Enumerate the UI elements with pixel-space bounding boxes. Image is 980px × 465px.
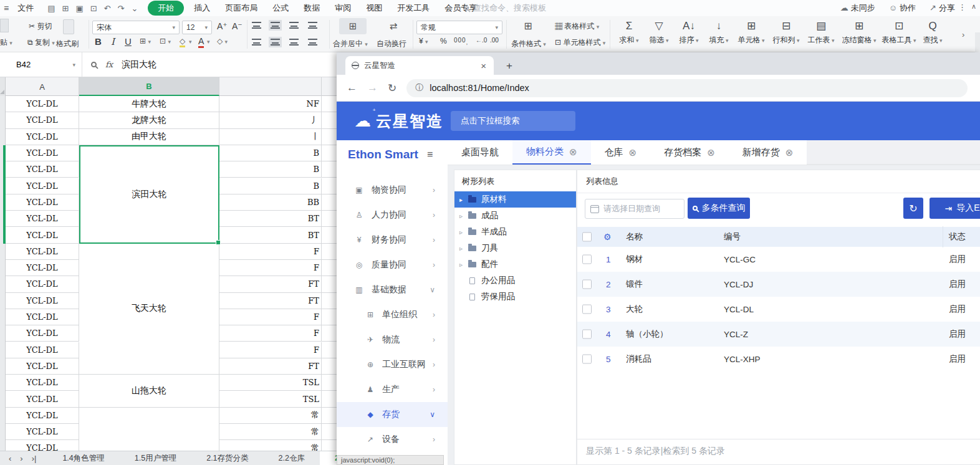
cell-c[interactable]: F xyxy=(219,244,322,260)
cell-d[interactable] xyxy=(322,227,337,243)
sidebar-item-工业互联网[interactable]: ⊕工业互联网› xyxy=(337,352,448,377)
cell-b-merged[interactable] xyxy=(79,408,219,451)
menu-tab-公式[interactable]: 公式 xyxy=(265,1,296,15)
cell-d[interactable] xyxy=(322,342,337,358)
expand-arrow-icon[interactable]: ▹ xyxy=(459,229,467,236)
cell-d[interactable] xyxy=(322,260,337,276)
sync-status[interactable]: ☁未同步 xyxy=(840,2,875,14)
tab-close-icon[interactable]: × xyxy=(479,60,488,71)
sidebar-item-物资协同[interactable]: ▣物资协同› xyxy=(337,178,448,203)
command-search[interactable]: 查找命令、搜索模板 xyxy=(464,2,546,14)
app-tab-存货档案[interactable]: 存货档案⊗ xyxy=(650,140,729,165)
app-tab-物料分类[interactable]: 物料分类⊗ xyxy=(512,140,591,165)
cell-d[interactable] xyxy=(322,408,337,424)
table-row[interactable]: 3大轮YCL-DL启用 xyxy=(577,297,980,322)
row-checkbox[interactable] xyxy=(582,330,592,339)
ribbon-button-筛选[interactable]: ▽筛选 ▾ xyxy=(644,16,674,47)
tree-item-办公用品[interactable]: 办公用品 xyxy=(454,272,576,289)
tree-item-刀具[interactable]: ▹刀具 xyxy=(454,240,576,256)
cell-a[interactable]: YCL-DL xyxy=(6,244,79,260)
font-size-select[interactable]: 12▾ xyxy=(182,21,212,34)
increase-decimal-icon[interactable]: ←.0 xyxy=(476,37,487,44)
gear-icon[interactable]: ⚙ xyxy=(603,232,612,242)
paste-label[interactable]: 贴 ▾ xyxy=(0,37,12,48)
sheet-tab-2.2仓库[interactable]: 2.2仓库 xyxy=(264,451,320,465)
underline-icon[interactable]: U xyxy=(125,36,132,47)
conditional-format-label[interactable]: 条件格式 ▾ xyxy=(511,39,546,49)
name-box[interactable]: B42▾ xyxy=(0,52,82,77)
cell-a[interactable]: YCL-DL xyxy=(6,194,79,211)
preview-icon[interactable]: ⊡ xyxy=(90,4,97,13)
align-bottom-icon[interactable] xyxy=(289,22,299,29)
sheet-next-icon[interactable]: › xyxy=(20,454,22,463)
cell-d[interactable] xyxy=(322,129,337,145)
cell-a[interactable]: YCL-DL xyxy=(6,408,79,424)
more-menu-icon[interactable]: ⋮ xyxy=(958,2,966,12)
reload-icon[interactable]: ↻ xyxy=(388,82,396,95)
column-header-a[interactable]: A xyxy=(6,77,79,96)
ribbon-button-行和列[interactable]: ⊟行和列 ▾ xyxy=(769,16,804,47)
select-all-corner[interactable] xyxy=(0,77,6,96)
sheet-last-icon[interactable]: ›| xyxy=(32,454,37,463)
cell-a[interactable]: YCL-DL xyxy=(6,129,79,145)
sidebar-toggle-icon[interactable]: ≡ xyxy=(427,149,433,160)
cell-c[interactable]: BB xyxy=(219,194,322,211)
cell-a[interactable]: YCL-DL xyxy=(6,178,79,194)
cell-c[interactable]: BT xyxy=(219,227,322,243)
cell-a[interactable]: YCL-DL xyxy=(6,342,79,358)
cell-d[interactable] xyxy=(322,375,337,391)
menu-tab-开始[interactable]: 开始 xyxy=(148,1,184,16)
tree-item-配件[interactable]: ▹配件 xyxy=(454,256,576,272)
cell-a[interactable]: YCL-DL xyxy=(6,375,79,391)
cell-b-merged[interactable]: 龙牌大轮 xyxy=(79,112,219,128)
font-color-icon[interactable]: A xyxy=(198,36,204,48)
cell-b-merged[interactable]: 滨田大轮 xyxy=(79,145,219,244)
back-icon[interactable]: ← xyxy=(347,82,357,94)
italic-icon[interactable]: I xyxy=(111,36,115,47)
cell-c[interactable]: F xyxy=(219,342,322,358)
cell-c[interactable]: TSL xyxy=(219,375,322,391)
cell-a[interactable]: YCL-DL xyxy=(6,96,79,112)
cell-a[interactable]: YCL-DL xyxy=(6,145,79,161)
sidebar-item-存货[interactable]: ◆存货∨ xyxy=(337,402,448,427)
cell-d[interactable] xyxy=(322,145,337,161)
ribbon-button-表格工具[interactable]: ⊡表格工具 ▾ xyxy=(880,16,918,47)
browser-tab[interactable]: 云星智造 × xyxy=(345,56,494,75)
menu-tab-视图[interactable]: 视图 xyxy=(358,1,390,15)
copy-button[interactable]: ⧉ 复制 ▾ xyxy=(27,37,55,48)
collapse-ribbon-icon[interactable]: ∧ xyxy=(971,2,976,11)
cell-a[interactable]: YCL-DL xyxy=(6,161,79,178)
forward-icon[interactable]: → xyxy=(367,82,378,94)
ribbon-button-查找[interactable]: Q查找 ▾ xyxy=(918,16,947,47)
cell-d[interactable] xyxy=(322,293,337,309)
sheet-tab-2.1存货分类[interactable]: 2.1存货分类 xyxy=(191,451,263,465)
format-painter-icon[interactable] xyxy=(63,19,74,34)
cell-d[interactable] xyxy=(322,112,337,128)
paste-icon[interactable] xyxy=(0,19,9,32)
sheet-tab-1.5用户管理[interactable]: 1.5用户管理 xyxy=(120,451,191,465)
row-checkbox[interactable] xyxy=(582,280,592,289)
percent-icon[interactable]: % xyxy=(440,37,447,46)
justify-icon[interactable] xyxy=(308,39,317,46)
align-right-icon[interactable] xyxy=(289,39,299,46)
conditional-format-icon[interactable]: ⊞ xyxy=(519,18,537,34)
print-icon[interactable]: ▣ xyxy=(75,4,83,13)
header-search-box[interactable]: 点击下拉框搜索 xyxy=(451,111,575,131)
cell-c[interactable]: 丿 xyxy=(219,112,322,128)
decrease-decimal-icon[interactable]: .00 xyxy=(490,37,499,44)
row-checkbox[interactable] xyxy=(582,355,592,364)
column-header-状态[interactable]: 状态 xyxy=(949,231,966,242)
tab-close-icon[interactable]: ⊗ xyxy=(785,147,794,158)
share-button[interactable]: ↗分享 xyxy=(930,2,955,14)
cell-c[interactable]: NF xyxy=(219,96,322,112)
expand-arrow-icon[interactable]: ▸ xyxy=(459,196,467,203)
column-header-b[interactable]: B xyxy=(79,77,219,96)
menu-tab-插入[interactable]: 插入 xyxy=(186,1,218,15)
column-header-c[interactable] xyxy=(219,77,322,96)
row-checkbox[interactable] xyxy=(582,255,592,264)
cell-b-merged[interactable]: 飞天大轮 xyxy=(79,244,219,375)
cell-d[interactable] xyxy=(322,276,337,292)
menu-tab-页面布局[interactable]: 页面布局 xyxy=(218,1,265,15)
cell-a[interactable]: YCL-DL xyxy=(6,112,79,128)
table-row[interactable]: 1钢材YCL-GC启用 xyxy=(577,247,980,272)
